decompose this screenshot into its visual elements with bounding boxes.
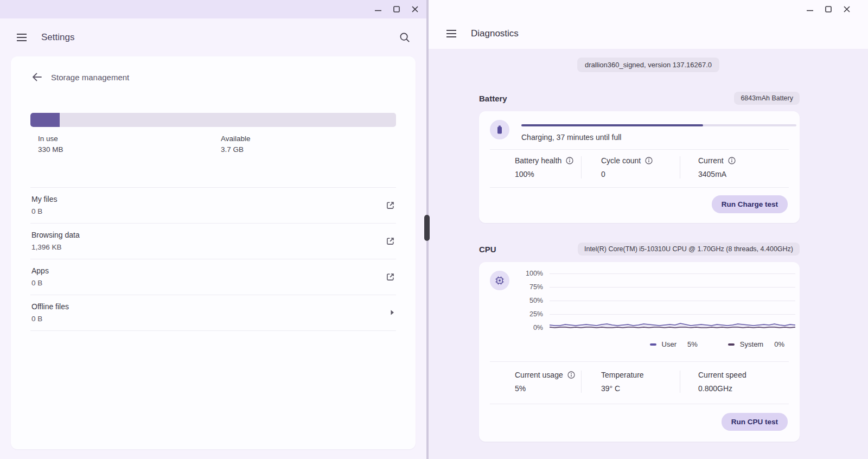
stat-value: 39° C — [601, 384, 680, 393]
battery-progress-fill — [521, 124, 703, 126]
list-item-text: Apps 0 B — [31, 266, 49, 287]
cpu-chart-legend: User 5% System 0% — [521, 340, 795, 350]
page-title: Settings — [41, 32, 74, 43]
search-icon — [399, 32, 410, 43]
diagnostics-titlebar[interactable] — [429, 0, 868, 18]
stat-value: 100% — [515, 170, 581, 178]
stat-value: 0.800GHz — [698, 384, 789, 393]
available-label: Available — [221, 135, 396, 143]
info-icon[interactable] — [728, 157, 736, 164]
list-item-my-files[interactable]: My files 0 B — [30, 188, 396, 224]
list-item-browsing-data[interactable]: Browsing data 1,396 KB — [30, 224, 396, 259]
list-item-apps[interactable]: Apps 0 B — [30, 259, 396, 295]
chevron-right-icon[interactable] — [390, 309, 395, 316]
info-icon[interactable] — [645, 157, 653, 164]
info-icon[interactable] — [567, 371, 575, 379]
split-view-resize-handle[interactable] — [424, 215, 430, 241]
close-button[interactable] — [408, 2, 422, 16]
legend-system: System 0% — [728, 340, 784, 348]
cpu-icon-circle — [490, 271, 509, 290]
diagnostics-header: Diagnostics — [429, 18, 868, 49]
close-icon — [412, 6, 418, 12]
stat-label: Current — [698, 156, 724, 165]
run-charge-test-button[interactable]: Run Charge test — [712, 195, 788, 213]
stat-value: 0 — [601, 170, 680, 178]
list-item-offline-files[interactable]: Offline files 0 B — [30, 295, 396, 331]
open-in-new-icon[interactable] — [386, 272, 395, 282]
diagnostics-body: drallion360_signed, version 137.16267.0 … — [429, 49, 868, 442]
maximize-icon — [825, 6, 832, 12]
cpu-chart-row: 100% 75% 50% 25% 0% — [479, 262, 800, 361]
item-value: 0 B — [31, 279, 49, 287]
storage-labels: In use 330 MB Available 3.7 GB — [30, 135, 396, 154]
list-item-text: My files 0 B — [31, 195, 57, 215]
stat-label-row: Current — [698, 156, 789, 165]
open-in-new-icon[interactable] — [386, 201, 395, 210]
battery-progress-bar — [521, 124, 796, 126]
list-item-text: Offline files 0 B — [31, 302, 69, 323]
cpu-card: 100% 75% 50% 25% 0% — [479, 262, 800, 442]
minimize-button[interactable] — [803, 2, 817, 16]
stat-label-row: Temperature — [601, 371, 680, 379]
stat-label-row: Current speed — [698, 371, 789, 379]
cpu-chip-icon — [495, 276, 505, 285]
stat-value: 3405mA — [698, 170, 789, 178]
battery-capacity-badge: 6843mAh Battery — [734, 92, 800, 105]
stat-current-speed: Current speed 0.800GHz — [680, 371, 789, 393]
storage-available: Available 3.7 GB — [213, 135, 396, 154]
stat-current: Current 3405mA — [680, 156, 789, 178]
cpu-section-title: CPU — [479, 245, 496, 254]
battery-status-row: Charging, 37 minutes until full — [479, 111, 800, 149]
info-icon[interactable] — [566, 157, 573, 164]
minimize-icon — [807, 6, 813, 12]
y-tick-75: 75% — [521, 283, 543, 291]
menu-icon — [446, 29, 457, 38]
item-value: 0 B — [31, 315, 69, 323]
list-item-text: Browsing data 1,396 KB — [31, 231, 80, 251]
close-button[interactable] — [840, 2, 854, 16]
stat-battery-health: Battery health 100% — [515, 156, 581, 178]
maximize-icon — [393, 6, 400, 12]
storage-management-panel: Storage management In use 330 MB Availab… — [11, 56, 416, 449]
diagnostics-top-bar: Diagnostics — [429, 0, 868, 49]
storage-item-list: My files 0 B Browsing data 1,396 KB Apps… — [30, 187, 396, 331]
cpu-action-row: Run CPU test — [479, 404, 800, 442]
maximize-button[interactable] — [390, 2, 404, 16]
menu-button[interactable] — [443, 25, 460, 42]
close-icon — [844, 6, 850, 12]
storage-bar-fill — [30, 113, 60, 127]
cpu-model-badge: Intel(R) Core(TM) i5-10310U CPU @ 1.70GH… — [578, 243, 800, 256]
run-cpu-test-button[interactable]: Run CPU test — [722, 413, 788, 431]
page-title: Diagnostics — [471, 28, 519, 39]
page-subtitle: Storage management — [51, 73, 129, 82]
legend-value: 5% — [687, 340, 698, 348]
legend-user: User 5% — [650, 340, 698, 348]
legend-label: System — [740, 340, 763, 348]
stat-label-row: Cycle count — [601, 156, 680, 165]
item-value: 1,396 KB — [31, 243, 80, 251]
settings-window: Settings Storage management In use 330 M… — [0, 0, 426, 459]
item-label: Apps — [31, 266, 49, 275]
in-use-value: 330 MB — [38, 145, 213, 154]
stat-label: Current usage — [515, 371, 563, 379]
battery-status-main: Charging, 37 minutes until full — [521, 120, 796, 142]
minimize-button[interactable] — [371, 2, 385, 16]
open-in-new-icon[interactable] — [386, 237, 395, 246]
item-label: My files — [31, 195, 57, 203]
settings-titlebar[interactable] — [0, 0, 426, 18]
storage-summary: In use 330 MB Available 3.7 GB — [30, 113, 396, 154]
search-button[interactable] — [396, 29, 413, 46]
battery-status-text: Charging, 37 minutes until full — [521, 133, 796, 142]
menu-button[interactable] — [13, 29, 30, 46]
minimize-icon — [375, 6, 381, 12]
stat-label: Cycle count — [601, 156, 641, 165]
back-button[interactable] — [30, 71, 43, 84]
diagnostics-window: Diagnostics drallion360_signed, version … — [429, 0, 868, 459]
cpu-section: CPU Intel(R) Core(TM) i5-10310U CPU @ 1.… — [479, 243, 800, 442]
stat-label: Battery health — [515, 156, 561, 165]
maximize-button[interactable] — [821, 2, 835, 16]
settings-header: Settings — [0, 18, 426, 56]
in-use-label: In use — [38, 135, 213, 143]
battery-action-row: Run Charge test — [479, 188, 800, 223]
legend-label: User — [662, 340, 676, 348]
